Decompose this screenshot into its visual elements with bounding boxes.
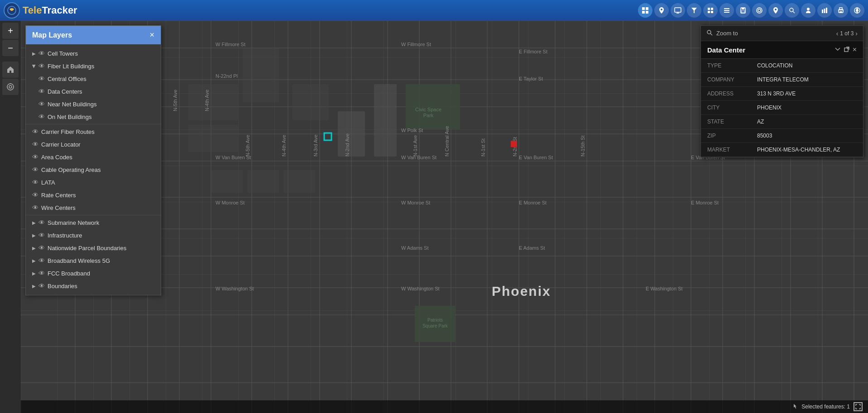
eye-icon-rate-centers: 👁	[32, 191, 38, 199]
grid-toolbar-btn[interactable]	[703, 3, 718, 18]
table-key-state: STATE	[701, 115, 751, 129]
svg-point-21	[758, 9, 761, 12]
arrow-icon-submarine: ▶	[32, 220, 36, 225]
arrow-icon-cell-towers: ▶	[32, 51, 36, 56]
pin-toolbar-btn[interactable]	[654, 3, 669, 18]
home-button[interactable]	[2, 62, 19, 78]
zoom-bar: Zoom to ‹ 1 of 3 ›	[701, 26, 863, 41]
toolbar-right	[638, 3, 864, 18]
table-value-company: INTEGRA TELECOM	[751, 73, 863, 87]
layer-label-fiber-lit: Fiber Lit Buildings	[48, 63, 94, 70]
eye-icon-on-net: 👁	[38, 113, 45, 120]
layer-item-wire-centers[interactable]: 👁 Wire Centers	[26, 201, 161, 214]
table-row-state: STATE AZ	[701, 115, 863, 129]
svg-point-23	[790, 8, 793, 12]
layer-item-rate-centers[interactable]: 👁 Rate Centers	[26, 189, 161, 201]
zoom-next-btn[interactable]: ›	[855, 30, 858, 37]
layer-item-near-net-buildings[interactable]: 👁 Near Net Buildings	[26, 98, 161, 110]
svg-line-24	[793, 11, 795, 13]
layer-label-central-offices: Central Offices	[48, 76, 86, 82]
table-value-state: AZ	[751, 115, 863, 129]
layer-label-rate-centers: Rate Centers	[41, 192, 76, 199]
layer-item-fiber-lit-buildings[interactable]: ▶ 👁 Fiber Lit Buildings	[26, 60, 161, 72]
layer-label-broadband: Broadband Wireless 5G	[48, 257, 110, 264]
svg-rect-19	[741, 11, 745, 13]
fullscreen-btn[interactable]	[854, 402, 863, 411]
eye-icon-area-codes: 👁	[32, 153, 38, 161]
zoom-prev-btn[interactable]: ‹	[836, 30, 839, 37]
layer-label-submarine: Submarine Network	[48, 219, 99, 226]
layer-label-wire-centers: Wire Centers	[41, 204, 76, 211]
logo-area: TeleTracker	[4, 2, 77, 19]
eye-icon-submarine: 👁	[38, 219, 45, 226]
arrow-icon-nationwide: ▶	[32, 246, 36, 251]
location-button[interactable]	[2, 79, 19, 95]
layer-item-fcc-broadband[interactable]: ▶ 👁 FCC Broadband	[26, 267, 161, 280]
arrow-icon-infrastructure: ▶	[32, 233, 36, 238]
table-value-zip: 85003	[751, 129, 863, 143]
eye-icon-infrastructure: 👁	[38, 232, 45, 239]
monitor-toolbar-btn[interactable]	[671, 3, 685, 18]
layer-label-area-codes: Area Codes	[41, 154, 72, 161]
layer-label-infrastructure: Infrastructure	[48, 232, 82, 239]
layer-item-submarine[interactable]: ▶ 👁 Submarine Network	[26, 216, 161, 229]
layer-item-lata[interactable]: 👁 LATA	[26, 176, 161, 189]
layer-item-cable-operating[interactable]: 👁 Cable Operating Areas	[26, 163, 161, 176]
location-toolbar-btn[interactable]	[768, 3, 783, 18]
layer-item-boundaries[interactable]: ▶ 👁 Boundaries	[26, 280, 161, 292]
layer-item-infrastructure[interactable]: ▶ 👁 Infrastructure	[26, 229, 161, 242]
svg-point-25	[807, 8, 810, 10]
svg-point-36	[7, 84, 14, 90]
svg-rect-12	[708, 11, 710, 13]
table-value-type: COLOCATION	[751, 59, 863, 73]
layers-toolbar-btn[interactable]	[638, 3, 652, 18]
print-toolbar-btn[interactable]	[834, 3, 848, 18]
layer-panel: Map Layers × ▶ 👁 Cell Towers ▶ 👁 Fiber L…	[25, 25, 161, 295]
layer-item-carrier-fiber[interactable]: 👁 Carrier Fiber Routes	[26, 125, 161, 138]
eye-icon-broadband: 👁	[38, 257, 45, 264]
layer-item-on-net-buildings[interactable]: 👁 On Net Buildings	[26, 110, 161, 123]
data-panel: Zoom to ‹ 1 of 3 › Data Center × TYPE	[700, 25, 863, 157]
layer-item-nationwide-parcel[interactable]: ▶ 👁 Nationwide Parcel Boundaries	[26, 242, 161, 254]
table-key-city: CITY	[701, 101, 751, 115]
logo-icon	[4, 2, 20, 19]
table-value-market: PHOENIX-MESA-CHANDLER, AZ	[751, 143, 863, 157]
layer-panel-close[interactable]: ×	[149, 30, 154, 40]
zoom-pagination: 1 of 3	[840, 30, 854, 37]
compass-toolbar-btn[interactable]	[850, 3, 864, 18]
data-panel-minimize-btn[interactable]	[834, 46, 841, 54]
layer-label-cable-operating: Cable Operating Areas	[41, 166, 101, 173]
zoom-out-button[interactable]: −	[2, 40, 19, 56]
save-toolbar-btn[interactable]	[736, 3, 750, 18]
eye-icon-lata: 👁	[32, 179, 38, 186]
layer-item-broadband-5g[interactable]: ▶ 👁 Broadband Wireless 5G	[26, 254, 161, 267]
zoom-in-button[interactable]: +	[2, 23, 19, 39]
header: TeleTracker	[0, 0, 868, 21]
layer-separator-1	[26, 124, 161, 124]
eye-icon-cable-operating: 👁	[32, 166, 38, 173]
svg-rect-1	[642, 7, 645, 10]
svg-rect-2	[646, 7, 648, 10]
layer-item-area-codes[interactable]: 👁 Area Codes	[26, 151, 161, 163]
svg-rect-14	[724, 8, 729, 9]
eye-icon-wire-centers: 👁	[32, 204, 38, 211]
data-panel-close-btn[interactable]: ×	[853, 46, 857, 54]
data-panel-popout-btn[interactable]	[844, 46, 850, 54]
layer-panel-header: Map Layers ×	[26, 26, 161, 44]
list-toolbar-btn[interactable]	[719, 3, 734, 18]
radio-toolbar-btn[interactable]	[752, 3, 767, 18]
zoom-icon	[706, 29, 713, 37]
filter-toolbar-btn[interactable]	[687, 3, 701, 18]
logo-tracker: Tracker	[42, 5, 77, 16]
search-toolbar-btn[interactable]	[785, 3, 799, 18]
layer-item-data-centers[interactable]: 👁 Data Centers	[26, 85, 161, 98]
eye-icon-fcc: 👁	[38, 270, 45, 277]
layer-panel-content[interactable]: ▶ 👁 Cell Towers ▶ 👁 Fiber Lit Buildings …	[26, 44, 161, 295]
svg-rect-11	[711, 8, 713, 10]
eye-icon-central-offices: 👁	[38, 75, 45, 82]
chart-toolbar-btn[interactable]	[817, 3, 832, 18]
layer-item-carrier-locator[interactable]: 👁 Carrier Locator	[26, 138, 161, 151]
layer-item-cell-towers[interactable]: ▶ 👁 Cell Towers	[26, 47, 161, 60]
layer-item-central-offices[interactable]: 👁 Central Offices	[26, 72, 161, 85]
person-toolbar-btn[interactable]	[801, 3, 815, 18]
